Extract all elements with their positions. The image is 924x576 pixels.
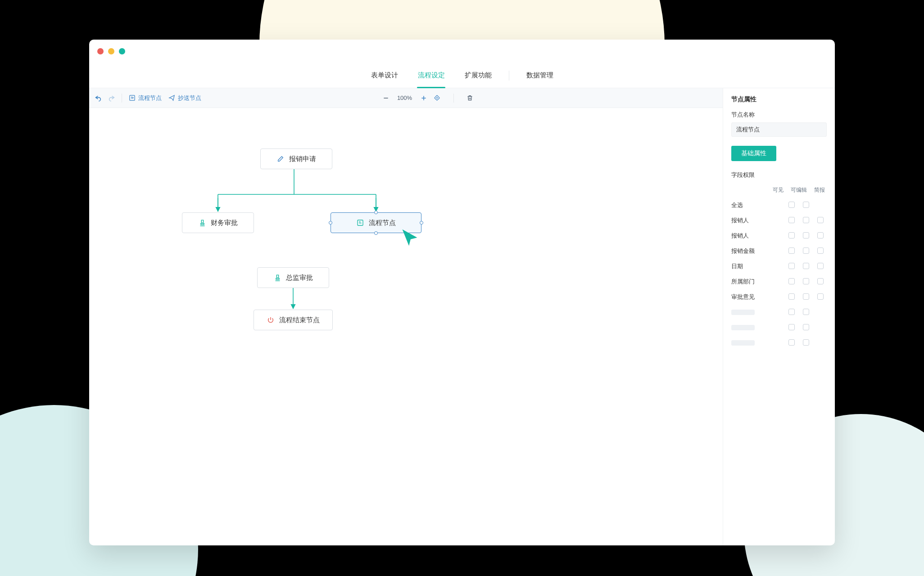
checkbox[interactable] bbox=[788, 202, 795, 208]
perm-row-name: 报销金额 bbox=[731, 247, 785, 255]
redo-icon[interactable] bbox=[108, 94, 115, 102]
perm-row: 报销人 bbox=[731, 228, 827, 243]
cc-node-icon bbox=[168, 94, 175, 102]
perm-row: 报销金额 bbox=[731, 243, 827, 259]
node-end[interactable]: 流程结束节点 bbox=[254, 310, 333, 330]
tab-extensions[interactable]: 扩展功能 bbox=[455, 63, 502, 88]
properties-panel: 节点属性 节点名称 流程节点 基础属性 字段权限 可见 可编辑 简报 全选报销人… bbox=[723, 88, 835, 545]
perm-row: 日期 bbox=[731, 259, 827, 274]
col-editable: 可编辑 bbox=[791, 186, 807, 194]
checkbox[interactable] bbox=[817, 278, 824, 284]
power-icon bbox=[267, 316, 275, 324]
undo-icon[interactable] bbox=[95, 94, 102, 102]
stamp-icon bbox=[198, 219, 206, 227]
node-finance[interactable]: 财务审批 bbox=[182, 212, 254, 233]
zoom-value: 100% bbox=[396, 94, 414, 101]
checkbox[interactable] bbox=[788, 248, 795, 254]
checkbox[interactable] bbox=[803, 339, 809, 346]
checkbox[interactable] bbox=[803, 324, 809, 330]
zoom-out-icon[interactable] bbox=[382, 94, 390, 102]
close-dot[interactable] bbox=[97, 48, 104, 54]
placeholder bbox=[731, 325, 755, 330]
resize-handle[interactable] bbox=[374, 231, 378, 235]
flow-canvas[interactable]: 报销申请 财务审批 流程节点 bbox=[89, 108, 723, 545]
col-brief: 简报 bbox=[813, 186, 826, 194]
checkbox[interactable] bbox=[817, 217, 824, 223]
perm-row bbox=[731, 305, 827, 320]
perm-rows: 全选报销人报销人报销金额日期所属部门审批意见 bbox=[731, 198, 827, 351]
panel-title: 节点属性 bbox=[731, 95, 827, 104]
tab-form-design[interactable]: 表单设计 bbox=[361, 63, 408, 88]
perm-row: 全选 bbox=[731, 198, 827, 213]
perm-row-name: 审批意见 bbox=[731, 293, 785, 301]
resize-handle[interactable] bbox=[374, 211, 378, 214]
checkbox[interactable] bbox=[803, 293, 809, 300]
add-flow-node-label: 流程节点 bbox=[138, 94, 162, 102]
checkbox[interactable] bbox=[803, 217, 809, 223]
perm-row-name: 所属部门 bbox=[731, 278, 785, 286]
add-flow-node-button[interactable]: 流程节点 bbox=[128, 94, 162, 102]
checkbox[interactable] bbox=[803, 232, 809, 238]
checkbox[interactable] bbox=[803, 309, 809, 315]
window-titlebar bbox=[89, 40, 835, 63]
add-cc-node-button[interactable]: 抄送节点 bbox=[168, 94, 201, 102]
checkbox[interactable] bbox=[788, 232, 795, 238]
placeholder bbox=[731, 310, 755, 315]
tab-divider bbox=[509, 71, 509, 81]
checkbox[interactable] bbox=[788, 293, 795, 300]
perm-row-name bbox=[731, 340, 785, 346]
perm-header: 可见 可编辑 简报 bbox=[731, 186, 827, 194]
node-start[interactable]: 报销申请 bbox=[260, 148, 332, 169]
checkbox[interactable] bbox=[788, 339, 795, 346]
checkbox[interactable] bbox=[803, 263, 809, 269]
checkbox[interactable] bbox=[803, 202, 809, 208]
checkbox[interactable] bbox=[817, 232, 824, 238]
tab-data-mgmt[interactable]: 数据管理 bbox=[516, 63, 563, 88]
checkbox[interactable] bbox=[788, 309, 795, 315]
flow-edges bbox=[89, 108, 723, 545]
edit-icon bbox=[276, 155, 285, 163]
perm-row-name bbox=[731, 325, 785, 330]
checkbox[interactable] bbox=[803, 278, 809, 284]
resize-handle[interactable] bbox=[420, 221, 423, 225]
perm-row: 审批意见 bbox=[731, 289, 827, 305]
minimize-dot[interactable] bbox=[108, 48, 114, 54]
checkbox[interactable] bbox=[817, 263, 824, 269]
cursor-pointer-icon bbox=[400, 228, 420, 248]
add-cc-node-label: 抄送节点 bbox=[178, 94, 201, 102]
checkbox[interactable] bbox=[788, 217, 795, 223]
locate-icon[interactable] bbox=[434, 94, 441, 102]
flow-icon bbox=[356, 219, 364, 227]
node-label: 流程结束节点 bbox=[279, 316, 320, 324]
node-label: 财务审批 bbox=[211, 219, 238, 227]
checkbox[interactable] bbox=[817, 293, 824, 300]
delete-icon[interactable] bbox=[467, 94, 474, 102]
perm-row-name bbox=[731, 310, 785, 315]
app-window: 表单设计 流程设定 扩展功能 数据管理 bbox=[89, 40, 835, 545]
node-name-label: 节点名称 bbox=[731, 111, 827, 119]
zoom-in-icon[interactable] bbox=[420, 94, 427, 102]
node-label: 总监审批 bbox=[286, 274, 313, 282]
tab-flow-settings[interactable]: 流程设定 bbox=[408, 63, 455, 88]
perm-row-name: 报销人 bbox=[731, 216, 785, 225]
basic-props-button[interactable]: 基础属性 bbox=[731, 146, 776, 161]
node-label: 报销申请 bbox=[289, 155, 316, 163]
resize-handle[interactable] bbox=[329, 221, 332, 225]
node-director[interactable]: 总监审批 bbox=[257, 267, 329, 288]
maximize-dot[interactable] bbox=[119, 48, 125, 54]
main-tabs: 表单设计 流程设定 扩展功能 数据管理 bbox=[89, 63, 835, 88]
flow-node-icon bbox=[128, 94, 136, 102]
stamp-icon bbox=[273, 274, 281, 282]
checkbox[interactable] bbox=[788, 324, 795, 330]
perm-row-name: 日期 bbox=[731, 262, 785, 270]
perm-row bbox=[731, 335, 827, 351]
field-perm-title: 字段权限 bbox=[731, 171, 827, 179]
checkbox[interactable] bbox=[817, 248, 824, 254]
checkbox[interactable] bbox=[788, 263, 795, 269]
canvas-toolbar: 流程节点 抄送节点 100% bbox=[89, 88, 723, 108]
perm-row: 报销人 bbox=[731, 213, 827, 228]
checkbox[interactable] bbox=[788, 278, 795, 284]
checkbox[interactable] bbox=[803, 248, 809, 254]
svg-point-2 bbox=[437, 98, 438, 99]
node-name-input[interactable]: 流程节点 bbox=[731, 122, 827, 137]
